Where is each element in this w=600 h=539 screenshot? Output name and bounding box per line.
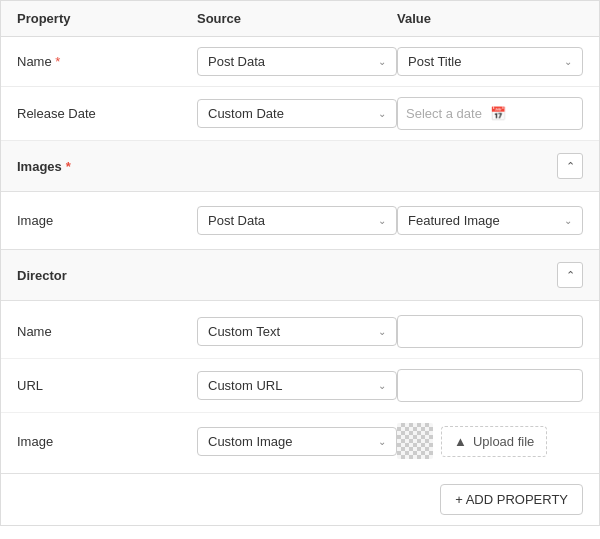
images-value-dropdown[interactable]: Featured Image ⌄	[397, 206, 583, 235]
dropdown-arrow-icon: ⌄	[378, 380, 386, 391]
chevron-up-icon: ⌃	[566, 269, 575, 282]
upload-area: ▲ Upload file	[397, 423, 583, 459]
director-section: Director ⌃ Name Custom Text ⌄	[1, 250, 599, 474]
property-editor: Property Source Value Name * Post Data ⌄…	[0, 0, 600, 526]
images-source-dropdown[interactable]: Post Data ⌄	[197, 206, 397, 235]
images-section-content: Image Post Data ⌄ Featured Image ⌄	[1, 192, 599, 249]
director-image-row: Image Custom Image ⌄ ▲ Upload file	[1, 413, 599, 469]
director-url-source-dropdown[interactable]: Custom URL ⌄	[197, 371, 397, 400]
director-collapse-button[interactable]: ⌃	[557, 262, 583, 288]
add-property-button[interactable]: + ADD PROPERTY	[440, 484, 583, 515]
images-collapse-button[interactable]: ⌃	[557, 153, 583, 179]
add-property-row: + ADD PROPERTY	[1, 474, 599, 525]
dropdown-arrow-icon: ⌄	[378, 326, 386, 337]
chevron-up-icon: ⌃	[566, 160, 575, 173]
director-image-label: Image	[17, 434, 197, 449]
images-image-row: Image Post Data ⌄ Featured Image ⌄	[1, 196, 599, 245]
upload-file-button[interactable]: ▲ Upload file	[441, 426, 547, 457]
images-section-header[interactable]: Images * ⌃	[1, 141, 599, 192]
date-picker[interactable]: Select a date 📅	[397, 97, 583, 130]
images-image-label: Image	[17, 213, 197, 228]
director-name-source-dropdown[interactable]: Custom Text ⌄	[197, 317, 397, 346]
director-image-source-dropdown[interactable]: Custom Image ⌄	[197, 427, 397, 456]
required-star: *	[66, 159, 71, 174]
header-source: Source	[197, 11, 397, 26]
calendar-icon: 📅	[490, 106, 574, 121]
director-url-row: URL Custom URL ⌄	[1, 359, 599, 413]
dropdown-arrow-icon: ⌄	[378, 108, 386, 119]
name-source-dropdown[interactable]: Post Data ⌄	[197, 47, 397, 76]
release-date-label: Release Date	[17, 106, 197, 121]
name-row: Name * Post Data ⌄ Post Title ⌄	[1, 37, 599, 87]
header-value: Value	[397, 11, 583, 26]
name-value-dropdown[interactable]: Post Title ⌄	[397, 47, 583, 76]
table-header: Property Source Value	[1, 1, 599, 37]
dropdown-arrow-icon: ⌄	[378, 215, 386, 226]
director-name-label: Name	[17, 324, 197, 339]
director-section-content: Name Custom Text ⌄ URL	[1, 301, 599, 473]
images-section-label: Images	[17, 159, 62, 174]
release-date-source-dropdown[interactable]: Custom Date ⌄	[197, 99, 397, 128]
header-property: Property	[17, 11, 197, 26]
director-section-header[interactable]: Director ⌃	[1, 250, 599, 301]
image-placeholder	[397, 423, 433, 459]
dropdown-arrow-icon: ⌄	[378, 56, 386, 67]
director-name-row: Name Custom Text ⌄	[1, 305, 599, 359]
director-url-input[interactable]	[397, 369, 583, 402]
director-name-input[interactable]	[397, 315, 583, 348]
release-date-row: Release Date Custom Date ⌄ Select a date…	[1, 87, 599, 141]
name-label: Name *	[17, 54, 197, 69]
dropdown-arrow-icon: ⌄	[378, 436, 386, 447]
required-star: *	[55, 54, 60, 69]
director-section-label: Director	[17, 268, 67, 283]
upload-icon: ▲	[454, 434, 467, 449]
director-url-label: URL	[17, 378, 197, 393]
images-section: Images * ⌃ Image Post Data ⌄	[1, 141, 599, 250]
dropdown-arrow-icon: ⌄	[564, 56, 572, 67]
dropdown-arrow-icon: ⌄	[564, 215, 572, 226]
